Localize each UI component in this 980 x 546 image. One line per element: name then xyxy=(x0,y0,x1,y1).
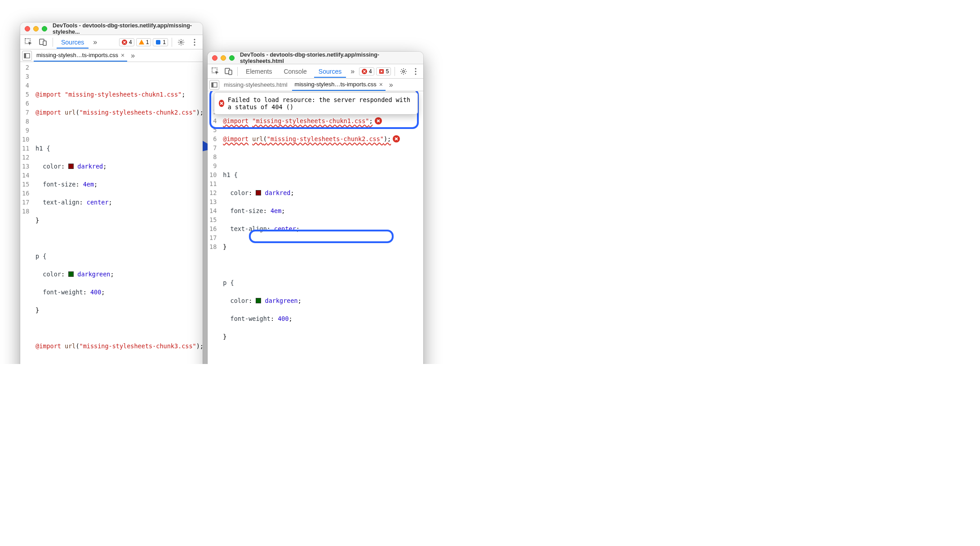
more-options-icon[interactable] xyxy=(411,68,421,75)
svg-point-20 xyxy=(415,71,417,72)
window-title: DevTools - devtools-dbg-stories.netlify.… xyxy=(240,52,419,64)
zoom-window-button[interactable] xyxy=(42,26,47,31)
inline-error-icon[interactable] xyxy=(393,135,400,142)
svg-rect-10 xyxy=(24,53,26,58)
inspect-element-icon[interactable] xyxy=(23,36,35,48)
more-options-icon[interactable] xyxy=(189,39,200,46)
code-content[interactable]: @import "missing-stylesheets-chukn1.css"… xyxy=(33,62,203,364)
titlebar: DevTools - devtools-dbg-stories.netlify.… xyxy=(20,22,203,35)
info-count-badge[interactable]: 1 xyxy=(153,38,168,46)
main-toolbar: Sources » 4 1 1 xyxy=(20,35,203,49)
error-tooltip: Failed to load resource: the server resp… xyxy=(214,92,418,115)
settings-icon[interactable] xyxy=(176,39,186,46)
code-content[interactable]: @import "missing-stylesheets-chukn1.css"… xyxy=(220,107,423,364)
svg-point-19 xyxy=(415,68,417,69)
inline-error-icon[interactable] xyxy=(375,117,382,124)
warning-count-badge[interactable]: 1 xyxy=(136,38,151,46)
window-title: DevTools - devtools-dbg-stories.netlify.… xyxy=(53,22,198,35)
device-toolbar-icon[interactable] xyxy=(223,66,234,77)
file-tab-imports-css[interactable]: missing-stylesh…ts-imports.css × xyxy=(292,79,386,91)
svg-point-21 xyxy=(415,73,417,75)
file-tab-html[interactable]: missing-stylesheets.html xyxy=(221,80,290,90)
svg-point-6 xyxy=(194,39,195,40)
error-icon xyxy=(219,100,224,107)
svg-rect-2 xyxy=(43,41,46,45)
code-editor[interactable]: Failed to load resource: the server resp… xyxy=(208,91,423,364)
svg-point-18 xyxy=(403,70,404,72)
close-window-button[interactable] xyxy=(212,55,217,61)
svg-point-5 xyxy=(180,41,182,43)
minimize-window-button[interactable] xyxy=(33,26,39,31)
file-tabstrip: missing-stylesheets.html missing-stylesh… xyxy=(208,79,423,91)
more-tabs-icon[interactable]: » xyxy=(91,38,99,46)
svg-rect-23 xyxy=(212,83,213,87)
settings-icon[interactable] xyxy=(399,68,408,75)
main-toolbar: Elements Console Sources » 4 5 xyxy=(208,64,423,79)
more-tabs-icon[interactable]: » xyxy=(349,67,356,75)
devtools-window-before: DevTools - devtools-dbg-stories.netlify.… xyxy=(20,22,203,364)
line-gutter: 3456789101112131415161718 xyxy=(208,107,220,364)
error-count-badge[interactable]: 4 xyxy=(119,38,134,46)
device-toolbar-icon[interactable] xyxy=(37,36,49,48)
svg-point-8 xyxy=(194,44,195,45)
color-swatch-darkred[interactable] xyxy=(256,190,261,195)
color-swatch-darkgreen[interactable] xyxy=(68,271,74,277)
close-tab-icon[interactable]: × xyxy=(121,52,124,59)
svg-point-7 xyxy=(194,41,195,43)
more-file-tabs-icon[interactable]: » xyxy=(129,52,137,60)
file-tabstrip: missing-stylesh…ts-imports.css × » xyxy=(20,49,203,62)
svg-rect-4 xyxy=(156,40,160,44)
tab-console[interactable]: Console xyxy=(279,65,311,78)
line-gutter: 23456789101112131415161718 xyxy=(20,62,33,364)
navigator-toggle-icon[interactable] xyxy=(209,80,219,90)
tab-elements[interactable]: Elements xyxy=(241,65,276,78)
navigator-toggle-icon[interactable] xyxy=(22,51,32,61)
issues-count-badge[interactable]: 5 xyxy=(376,67,391,75)
more-file-tabs-icon[interactable]: » xyxy=(387,81,395,89)
color-swatch-darkgreen[interactable] xyxy=(256,298,261,303)
file-tab-imports-css[interactable]: missing-stylesh…ts-imports.css × xyxy=(34,50,127,62)
color-swatch-darkred[interactable] xyxy=(68,164,74,169)
zoom-window-button[interactable] xyxy=(229,55,235,61)
code-editor[interactable]: 23456789101112131415161718 @import "miss… xyxy=(20,62,203,364)
devtools-window-after: DevTools - devtools-dbg-stories.netlify.… xyxy=(208,52,423,364)
tab-sources[interactable]: Sources xyxy=(57,36,89,49)
close-window-button[interactable] xyxy=(25,26,30,31)
inspect-element-icon[interactable] xyxy=(210,66,221,77)
close-tab-icon[interactable]: × xyxy=(379,81,383,88)
svg-rect-15 xyxy=(229,70,232,75)
titlebar: DevTools - devtools-dbg-stories.netlify.… xyxy=(208,52,423,64)
minimize-window-button[interactable] xyxy=(221,55,226,61)
tab-sources[interactable]: Sources xyxy=(314,65,346,78)
error-count-badge[interactable]: 4 xyxy=(359,67,374,75)
